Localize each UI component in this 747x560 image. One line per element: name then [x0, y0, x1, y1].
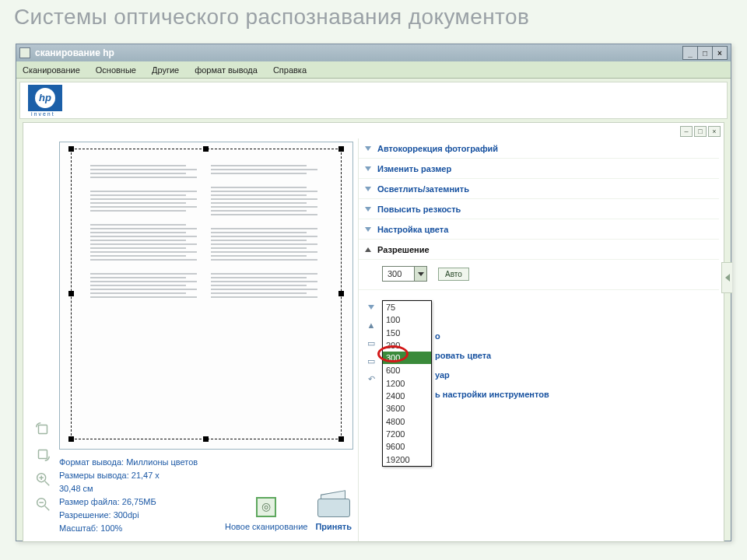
resolution-option[interactable]: 3600 — [383, 402, 431, 415]
resolution-option[interactable]: 7200 — [383, 428, 431, 440]
info-scale: Масштаб: 100% — [59, 522, 220, 535]
crop-handle-tr[interactable] — [338, 146, 344, 152]
rotate-cw-icon[interactable] — [33, 420, 52, 439]
acc-color[interactable]: Настройка цвета — [359, 219, 719, 240]
hidden-label-a: о — [435, 329, 549, 342]
mirror-icon[interactable]: ▲ — [365, 320, 377, 331]
resolution-option[interactable]: 75 — [383, 301, 431, 313]
crop-handle-br[interactable] — [338, 436, 344, 442]
crop-handle-tl[interactable] — [68, 146, 74, 152]
auto-button[interactable]: Авто — [438, 268, 469, 281]
hp-logo: hp invent — [28, 85, 62, 117]
resolution-body: 300 Авто — [359, 260, 719, 290]
menu-other[interactable]: Другие — [149, 64, 182, 76]
window-controls: _ □ × — [682, 46, 728, 60]
crop-handle-mr[interactable] — [338, 291, 344, 296]
chevron-down-icon — [365, 146, 371, 151]
rect-icon[interactable]: ▭ — [365, 355, 377, 366]
acc-resolution-label: Разрешение — [377, 245, 430, 254]
new-scan-link[interactable]: Новое сканирование — [225, 520, 307, 534]
resolution-options-popup[interactable]: 7510015020030060012002400360048007200960… — [382, 300, 432, 467]
acc-sharpen[interactable]: Повысить резкость — [359, 199, 719, 219]
crop-handle-tm[interactable] — [203, 146, 209, 152]
title-bar: сканирование hp _ □ × — [16, 44, 731, 61]
preview-column: Формат вывода: Миллионы цветов Размеры в… — [23, 138, 358, 541]
hp-logo-sub: invent — [31, 111, 62, 117]
menu-help[interactable]: Справка — [270, 64, 310, 76]
logo-strip: hp invent — [19, 82, 728, 119]
hidden-label-c: уар — [435, 368, 549, 381]
hidden-label-b: ровать цвета — [435, 348, 549, 362]
svg-line-7 — [45, 506, 50, 511]
resolution-option[interactable]: 19200 — [383, 453, 431, 466]
resolution-value: 300 — [383, 269, 414, 278]
acc-autocorrect-label: Автокоррекция фотографий — [377, 144, 498, 153]
hidden-label-d: ь настройки инструментов — [435, 387, 549, 401]
info-size-a: Размеры вывода: 21,47 x — [59, 469, 220, 482]
resolution-option[interactable]: 200 — [383, 339, 431, 352]
main-pane: – □ × — [23, 122, 724, 542]
resolution-option[interactable]: 4800 — [383, 415, 431, 428]
resolution-option[interactable]: 2400 — [383, 390, 431, 402]
hidden-acc-labels: о ровать цвета уар ь настройки инструмен… — [435, 329, 549, 401]
zoom-in-icon[interactable] — [33, 470, 52, 488]
acc-resize[interactable]: Изменить размер — [359, 159, 719, 179]
resolution-option[interactable]: 600 — [383, 364, 431, 376]
chevron-up-icon — [365, 247, 371, 252]
minimize-button[interactable]: _ — [682, 46, 698, 60]
maximize-button[interactable]: □ — [697, 46, 713, 60]
rect-icon[interactable]: ▭ — [365, 338, 377, 348]
menu-main[interactable]: Основные — [93, 64, 139, 76]
svg-rect-1 — [39, 450, 47, 459]
pane-restore-button[interactable]: □ — [694, 126, 707, 137]
menu-bar: Сканирование Основные Другие формат выво… — [16, 61, 731, 79]
info-size-b: 30,48 см — [59, 482, 220, 495]
dropdown-arrow-icon[interactable] — [414, 267, 426, 281]
info-resolution: Разрешение: 300dpi — [59, 509, 220, 522]
menu-scan[interactable]: Сканирование — [19, 64, 83, 76]
close-button[interactable]: × — [712, 46, 728, 60]
svg-rect-0 — [39, 425, 47, 434]
crop-handle-bm[interactable] — [203, 436, 209, 442]
undo-icon[interactable]: ↶ — [365, 373, 377, 384]
hidden-acc-icons: ▲ ▭ ▭ ↶ — [365, 302, 377, 384]
acc-resolution[interactable]: Разрешение — [359, 240, 719, 260]
acc-sharpen-label: Повысить резкость — [377, 205, 461, 214]
resolution-option[interactable]: 300 — [383, 352, 431, 364]
window-title: сканирование hp — [35, 47, 682, 58]
acc-color-label: Настройка цвета — [377, 225, 448, 234]
crop-handle-ml[interactable] — [68, 291, 74, 296]
crop-selection[interactable] — [71, 149, 342, 439]
resolution-option[interactable]: 1200 — [383, 377, 431, 390]
tools-column: Автокоррекция фотографий Изменить размер… — [358, 138, 724, 541]
app-icon — [19, 47, 30, 58]
document-preview-content — [90, 165, 322, 420]
chevron-down-icon — [365, 207, 371, 212]
resolution-option[interactable]: 100 — [383, 313, 431, 326]
accept-link[interactable]: Принять — [315, 520, 352, 534]
info-format: Формат вывода: Миллионы цветов — [59, 456, 220, 469]
rotate-ccw-icon[interactable] — [33, 445, 52, 464]
collapse-sidebar-tab[interactable] — [721, 262, 732, 293]
pane-close-button[interactable]: × — [708, 126, 721, 137]
acc-resize-label: Изменить размер — [377, 164, 451, 173]
resolution-dropdown[interactable]: 300 — [382, 266, 427, 282]
scanner-icon[interactable] — [317, 492, 350, 517]
new-scan-icon[interactable]: ◎ — [256, 497, 276, 517]
app-window: сканирование hp _ □ × Сканирование Основ… — [16, 44, 731, 541]
acc-lighten[interactable]: Осветлить/затемнить — [359, 179, 719, 199]
scan-preview[interactable] — [59, 142, 353, 450]
resolution-option[interactable]: 150 — [383, 327, 431, 339]
acc-autocorrect[interactable]: Автокоррекция фотографий — [359, 138, 719, 159]
zoom-out-icon[interactable] — [33, 495, 52, 513]
hp-logo-text: hp — [35, 88, 55, 108]
pane-minimize-button[interactable]: – — [680, 126, 693, 137]
chevron-down-icon[interactable] — [365, 302, 377, 313]
slide-title: Системы оптического распознавания докуме… — [0, 0, 747, 34]
resolution-option[interactable]: 9600 — [383, 440, 431, 453]
crop-handle-bl[interactable] — [68, 436, 74, 442]
output-info: Формат вывода: Миллионы цветов Размеры в… — [59, 450, 353, 537]
acc-lighten-label: Осветлить/затемнить — [377, 184, 469, 194]
menu-format[interactable]: формат вывода — [191, 64, 261, 76]
chevron-down-icon — [365, 227, 371, 232]
